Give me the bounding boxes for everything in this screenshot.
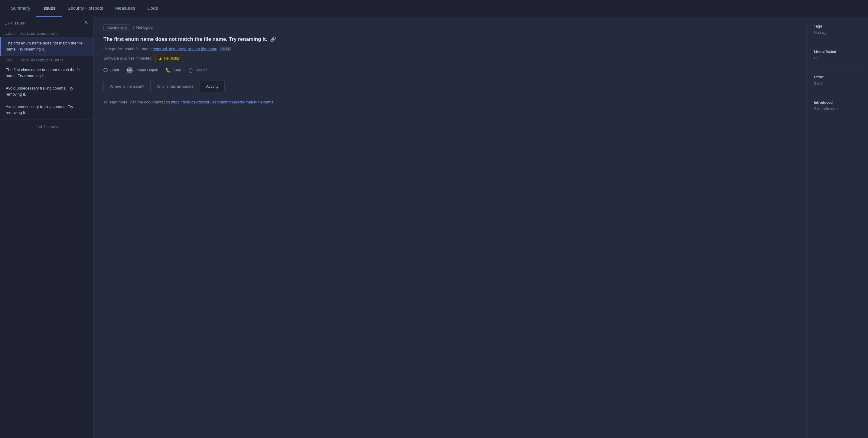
issue-detail-area: Intentionality | Not logical The first e… [94,17,868,438]
effort-value: 0 min [814,81,862,86]
rule-prefix: dcm:prefer-match-file-name [103,46,152,51]
refresh-icon[interactable]: ↻ [85,21,89,25]
breadcrumb-separator: | [133,25,134,30]
line-affected-label: Line affected [814,50,862,54]
issue-detail: Intentionality | Not logical The first e… [94,17,807,438]
issues-footer: 4 of 4 shown [0,120,93,134]
bug-icon: 🐛 [165,68,170,72]
issue-title-text: The first enum name does not match the f… [103,36,267,43]
detail-tabs: Where is the issue? Why is this an issue… [103,81,225,92]
issue-type: Bug [174,68,181,72]
issue-severity: Major [197,68,207,72]
reliability-badge: ▲ Reliability [155,55,183,62]
learn-more-prefix: To learn more, visit the documentation [103,100,171,104]
rule-info: dcm:prefer-match-file-name external_dcm:… [103,46,798,51]
dcm-badge: DCM [220,47,231,51]
right-sidebar: Tags No tags Line affected L1 Effort 0 m… [807,17,868,438]
reliability-label: Reliability [164,56,179,61]
status-row: Open MH Majid Hajian 🐛 Bug ◯ Major [103,67,798,73]
line-affected-value: L1 [814,56,862,60]
qualities-label: Software qualities impacted: [103,56,153,61]
issue-text: The first class name does not match the … [6,67,89,79]
file-path-app-exceptions: lib/.../app_exceptions.dart [0,56,93,64]
main-layout: 1 / 4 issues ↻ lib/.../collections.dart … [0,17,868,438]
open-circle-icon [103,68,108,72]
nav-code[interactable]: Code [141,0,164,17]
learn-more-link[interactable]: https://dcm.dev/docs/rules/common/prefer… [171,100,274,104]
issue-title: The first enum name does not match the f… [103,36,798,43]
introduced-label: Introduced [814,100,862,105]
list-item[interactable]: The first class name does not match the … [0,64,93,82]
tags-label: Tags [814,24,862,28]
nav-summary[interactable]: Summary [5,0,36,17]
issues-list-panel: 1 / 4 issues ↻ lib/.../collections.dart … [0,17,94,438]
list-item[interactable]: Avoid unnecessary trailing comma. Try re… [0,82,93,101]
issues-count-header: 1 / 4 issues ↻ [0,17,93,29]
introduced-value: 2 months ago [814,106,862,111]
file-path-collections: lib/.../collections.dart [0,29,93,37]
author-name: Majid Hajian [137,68,158,72]
issue-group-collections: lib/.../collections.dart The first enum … [0,29,93,56]
list-item[interactable]: Avoid unnecessary trailing comma. Try re… [0,101,93,119]
avatar: MH [126,67,133,73]
rule-link[interactable]: external_dcm:prefer-match-file-name [153,46,217,51]
nav-measures[interactable]: Measures [109,0,141,17]
list-item[interactable]: The first enum name does not match the f… [0,37,93,56]
breadcrumb-value: Not logical [136,25,153,30]
copy-link-icon[interactable]: 🔗 [270,36,276,43]
effort-label: Effort [814,75,862,79]
issue-text: The first enum name does not match the f… [6,40,89,52]
issue-text: Avoid unnecessary trailing comma. Try re… [6,85,89,97]
status-open-label: Open [110,68,119,72]
issue-text: Avoid unnecessary trailing comma. Try re… [6,104,89,116]
introduced-section: Introduced 2 months ago [814,100,862,118]
tags-section: Tags No tags [814,24,862,42]
status-open: Open [103,68,119,72]
issues-count: 1 / 4 issues [5,21,25,25]
learn-more-text: To learn more, visit the documentation h… [103,99,798,105]
effort-section: Effort 0 min [814,75,862,93]
reliability-icon: ▲ [158,56,163,61]
category-badge: Intentionality [103,24,130,31]
breadcrumb: Intentionality | Not logical [103,24,798,31]
nav-issues[interactable]: Issues [36,0,61,17]
tab-where-is-issue[interactable]: Where is the issue? [104,81,151,92]
issues-shown-count: 4 of 4 shown [36,124,58,129]
tab-why-is-issue[interactable]: Why is this an issue? [151,81,200,92]
tags-value: No tags [814,30,862,35]
severity-icon: ◯ [189,68,193,72]
tab-activity[interactable]: Activity [200,81,224,92]
nav-security-hotspots[interactable]: Security Hotspots [62,0,110,17]
line-affected-section: Line affected L1 [814,50,862,68]
qualities-row: Software qualities impacted: ▲ Reliabili… [103,55,798,62]
issue-group-app-exceptions: lib/.../app_exceptions.dart The first cl… [0,56,93,120]
top-nav: Summary Issues Security Hotspots Measure… [0,0,868,17]
